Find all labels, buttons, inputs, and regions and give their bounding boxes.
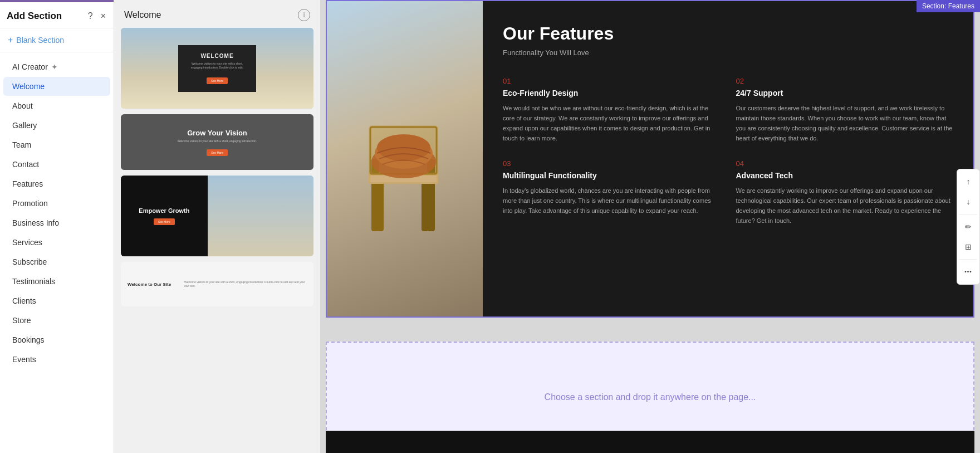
ai-creator-item[interactable]: AI Creator ✦ (3, 57, 110, 76)
edit-button[interactable]: ✏ (959, 218, 977, 236)
grow-text: Welcome visitors to your site with a sho… (178, 139, 257, 143)
feature-item-2: 02 24/7 Support Our customers deserve th… (736, 77, 954, 144)
feature-name-1: Eco-Friendly Design (503, 89, 721, 98)
template-grow[interactable]: Grow Your Vision Welcome visitors to you… (121, 114, 313, 170)
ai-sparkle-icon: ✦ (51, 62, 58, 71)
nav-item-events[interactable]: Events (3, 350, 110, 369)
section-label: Section: Features (917, 0, 980, 12)
header-icons: ? × (87, 10, 107, 22)
blank-section-label: Blank Section (16, 36, 64, 45)
feature-num-2: 02 (736, 77, 954, 85)
left-panel: Add Section ? × + Blank Section AI Creat… (0, 0, 114, 453)
template-welcome2[interactable]: Welcome to Our Site Welcome visitors to … (121, 262, 313, 306)
feature-name-4: Advanced Tech (736, 171, 954, 180)
toolbar-divider-1 (959, 214, 977, 215)
welcome2-right: Welcome visitors to your site with a sho… (184, 280, 307, 289)
template-grow-preview: Grow Your Vision Welcome visitors to you… (121, 114, 313, 170)
feature-desc-2: Our customers deserve the highest level … (736, 103, 954, 144)
feature-desc-3: In today's globalized world, chances are… (503, 186, 721, 216)
template-empower-preview: Empower Growth See More (121, 176, 313, 256)
nav-item-business-info[interactable]: Business Info (3, 213, 110, 232)
side-toolbar: ↑ ↓ ✏ ⊞ ••• (957, 169, 980, 285)
close-button[interactable]: × (100, 10, 107, 22)
drop-zone-text: Choose a section and drop it anywhere on… (545, 392, 756, 402)
empower-right (208, 176, 313, 256)
template-welcome2-preview: Welcome to Our Site Welcome visitors to … (121, 262, 313, 306)
welcome-box: WELCOME Welcome visitors to your site wi… (178, 45, 256, 92)
feature-name-2: 24/7 Support (736, 89, 954, 98)
feature-item-1: 01 Eco-Friendly Design We would not be w… (503, 77, 721, 144)
svg-rect-3 (422, 181, 428, 231)
feature-name-3: Multilingual Functionality (503, 171, 721, 180)
nav-item-testimonials[interactable]: Testimonials (3, 272, 110, 291)
nav-item-clients[interactable]: Clients (3, 291, 110, 310)
bottom-bar (326, 431, 974, 453)
features-subtitle: Functionality You Will Love (503, 48, 953, 57)
template-welcome[interactable]: WELCOME Welcome visitors to your site wi… (121, 28, 313, 109)
features-grid: 01 Eco-Friendly Design We would not be w… (503, 77, 953, 226)
template-welcome-preview: WELCOME Welcome visitors to your site wi… (121, 28, 313, 109)
right-panel: Section: Features (320, 0, 980, 453)
plus-icon: + (8, 35, 13, 45)
feature-num-3: 03 (503, 159, 721, 168)
nav-list: AI Creator ✦ Welcome About Gallery Team … (0, 52, 114, 453)
feature-item-3: 03 Multilingual Functionality In today's… (503, 159, 721, 226)
nav-item-gallery[interactable]: Gallery (3, 116, 110, 135)
help-button[interactable]: ? (87, 10, 94, 22)
nav-item-about[interactable]: About (3, 96, 110, 115)
feature-item-4: 04 Advanced Tech We are constantly worki… (736, 159, 954, 226)
left-header: Add Section ? × (0, 2, 114, 28)
feature-desc-4: We are constantly working to improve our… (736, 186, 954, 226)
move-up-button[interactable]: ↑ (959, 173, 977, 191)
grow-btn: See More (207, 149, 228, 156)
nav-item-contact[interactable]: Contact (3, 155, 110, 174)
blank-section-button[interactable]: + Blank Section (0, 28, 114, 52)
features-content: Our Features Functionality You Will Love… (483, 1, 973, 316)
move-down-button[interactable]: ↓ (959, 193, 977, 211)
welcome-box-btn: See More (207, 77, 228, 84)
nav-item-services[interactable]: Services (3, 233, 110, 252)
grow-content: Grow Your Vision Welcome visitors to you… (178, 129, 257, 156)
more-options-button[interactable]: ••• (959, 263, 977, 281)
nav-item-welcome[interactable]: Welcome (3, 77, 110, 96)
nav-item-bookings[interactable]: Bookings (3, 330, 110, 349)
toolbar-divider-2 (959, 259, 977, 260)
nav-item-features[interactable]: Features (3, 174, 110, 193)
features-title: Our Features (503, 23, 953, 44)
feature-num-4: 04 (736, 159, 954, 168)
middle-header: Welcome i (114, 0, 320, 28)
panel-title: Add Section (7, 11, 62, 22)
grow-title: Grow Your Vision (178, 129, 257, 137)
templates-list: WELCOME Welcome visitors to your site wi… (114, 28, 320, 453)
welcome-box-text: Welcome visitors to your site with a sho… (190, 62, 244, 70)
chair-illustration (355, 81, 455, 237)
features-section: Our Features Functionality You Will Love… (326, 0, 974, 318)
feature-num-1: 01 (503, 77, 721, 85)
nav-item-team[interactable]: Team (3, 135, 110, 154)
ai-creator-label: AI Creator (12, 62, 48, 71)
nav-item-promotion[interactable]: Promotion (3, 194, 110, 213)
welcome2-left: Welcome to Our Site (128, 282, 178, 287)
nav-item-store[interactable]: Store (3, 311, 110, 330)
nav-item-subscribe[interactable]: Subscribe (3, 252, 110, 271)
empower-title: Empower Growth (139, 207, 189, 214)
welcome-box-title: WELCOME (190, 53, 244, 59)
svg-rect-2 (377, 181, 384, 231)
features-image (327, 1, 483, 316)
feature-desc-1: We would not be who we are without our e… (503, 103, 721, 144)
layers-button[interactable]: ⊞ (959, 238, 977, 256)
chair-container (327, 1, 483, 316)
template-empower[interactable]: Empower Growth See More (121, 176, 313, 256)
middle-panel: Welcome i WELCOME Welcome visitors to yo… (114, 0, 320, 453)
middle-header-title: Welcome (124, 10, 161, 20)
empower-btn: See More (154, 218, 175, 225)
empower-left: Empower Growth See More (121, 176, 208, 256)
info-icon[interactable]: i (298, 9, 310, 21)
